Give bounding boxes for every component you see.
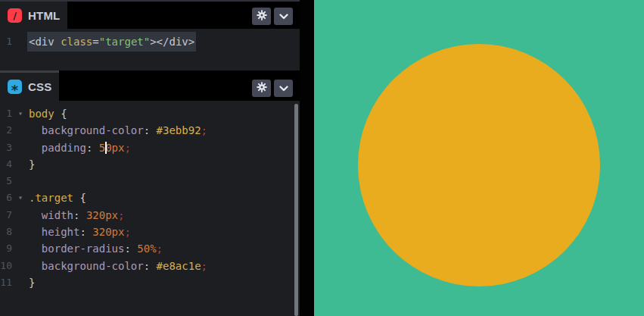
token-semi: ; — [201, 124, 207, 136]
tab-html[interactable]: / HTML — [0, 2, 67, 29]
token-property: background-color — [42, 260, 144, 272]
css-icon: * — [8, 80, 22, 94]
token-punct: : — [79, 226, 92, 238]
code-line[interactable]: 1▾body { — [0, 105, 300, 122]
token-number: 320px — [86, 209, 118, 221]
html-panel-header: / HTML — [0, 0, 300, 29]
panel-divider[interactable] — [300, 0, 314, 316]
code-text: height: 320px; — [29, 224, 131, 240]
html-collapse-button[interactable] — [274, 8, 293, 25]
token-semi: ; — [157, 242, 163, 255]
code-text: background-color: #e8ac1e; — [29, 258, 207, 274]
line-number[interactable]: 8 — [0, 224, 12, 240]
preview-pane — [314, 0, 644, 316]
code-text: border-radius: 50%; — [29, 240, 163, 257]
fold-gutter — [12, 122, 29, 139]
token-property: background-color — [42, 124, 144, 136]
token-semi: ; — [124, 142, 130, 154]
line-number[interactable]: 11 — [0, 274, 12, 291]
line-number[interactable]: 1 — [0, 33, 12, 50]
code-text: <div class="target"></div> — [29, 33, 194, 50]
line-number[interactable]: 4 — [0, 156, 12, 173]
code-line[interactable]: 9 border-radius: 50%; — [0, 240, 300, 257]
html-code-area[interactable]: 1<div class="target"></div> — [0, 29, 300, 70]
chevron-down-icon — [279, 83, 288, 94]
code-line[interactable]: 4} — [0, 156, 300, 173]
asterisk-glyph: * — [11, 82, 18, 98]
token-number: 320px — [92, 226, 124, 238]
token-punct — [29, 142, 42, 154]
fold-gutter — [12, 156, 29, 173]
token-string: "target" — [99, 36, 150, 48]
token-property: padding — [42, 142, 86, 154]
editor-column: / HTML — [0, 0, 300, 316]
token-semi: ; — [201, 260, 207, 272]
line-number[interactable]: 5 — [0, 173, 12, 189]
token-attr: class — [61, 36, 92, 48]
code-line[interactable]: 11} — [0, 274, 300, 291]
chevron-down-icon — [279, 11, 288, 22]
html-editor-panel: / HTML — [0, 0, 300, 70]
line-number[interactable]: 6 — [0, 189, 12, 206]
fold-gutter — [12, 224, 29, 240]
token-punct — [29, 242, 42, 255]
line-number[interactable]: 2 — [0, 122, 12, 139]
html-tab-label: HTML — [28, 9, 60, 22]
token-selector: body — [29, 108, 61, 120]
code-line[interactable]: 2 background-color: #3ebb92; — [0, 122, 300, 139]
css-tab-label: CSS — [28, 80, 51, 93]
fold-gutter — [12, 258, 29, 274]
css-collapse-button[interactable] — [274, 80, 293, 97]
token-punct: : — [73, 209, 86, 221]
target-circle — [358, 44, 600, 286]
token-hex: #3ebb92 — [157, 124, 201, 136]
tab-css[interactable]: * CSS — [0, 70, 59, 101]
fold-gutter — [12, 274, 29, 291]
css-settings-button[interactable] — [252, 80, 271, 97]
html-settings-button[interactable] — [252, 8, 271, 25]
css-panel-header: * CSS — [0, 70, 300, 101]
fold-arrow-icon[interactable]: ▾ — [12, 189, 29, 206]
code-text: } — [29, 274, 35, 291]
token-tag: <div — [29, 36, 61, 48]
fold-gutter — [12, 240, 29, 257]
code-text: .target { — [29, 189, 86, 206]
code-line[interactable]: 8 height: 320px; — [0, 224, 300, 240]
token-punct: } — [29, 277, 35, 289]
line-number[interactable]: 3 — [0, 139, 12, 156]
line-number[interactable]: 9 — [0, 240, 12, 257]
token-punct: : — [86, 142, 99, 154]
token-punct: : — [144, 260, 157, 272]
slash-glyph: / — [13, 9, 17, 20]
token-punct — [29, 260, 42, 272]
text-caret — [105, 142, 107, 154]
code-text: width: 320px; — [29, 207, 124, 224]
fold-arrow-icon[interactable]: ▾ — [12, 105, 29, 122]
code-line[interactable]: 7 width: 320px; — [0, 207, 300, 224]
token-property: width — [42, 209, 73, 221]
code-line[interactable]: 3 padding: 50px; — [0, 139, 300, 156]
fold-gutter — [12, 139, 29, 156]
line-number[interactable]: 1 — [0, 105, 12, 122]
css-editor-panel: * CSS — [0, 70, 300, 316]
line-number[interactable]: 7 — [0, 207, 12, 224]
code-text: padding: 50px; — [29, 139, 131, 156]
token-selector: .target — [29, 192, 79, 204]
code-text: body { — [29, 105, 67, 122]
token-number: 50% — [137, 242, 156, 255]
fold-gutter — [12, 33, 29, 50]
fold-gutter — [12, 207, 29, 224]
line-number[interactable]: 10 — [0, 258, 12, 274]
code-line[interactable]: 1<div class="target"></div> — [0, 33, 300, 50]
css-scrollbar[interactable] — [294, 104, 298, 316]
code-text: background-color: #3ebb92; — [29, 122, 207, 139]
token-punct — [29, 226, 42, 238]
code-line[interactable]: 10 background-color: #e8ac1e; — [0, 258, 300, 274]
code-line[interactable]: 6▾.target { — [0, 189, 300, 206]
token-punct: { — [79, 192, 86, 204]
token-punct — [29, 124, 42, 136]
code-line[interactable]: 5 — [0, 173, 300, 189]
token-punct: { — [61, 108, 67, 120]
token-punct: = — [92, 36, 98, 48]
css-code-area[interactable]: 1▾body {2 background-color: #3ebb92;3 pa… — [0, 101, 300, 316]
